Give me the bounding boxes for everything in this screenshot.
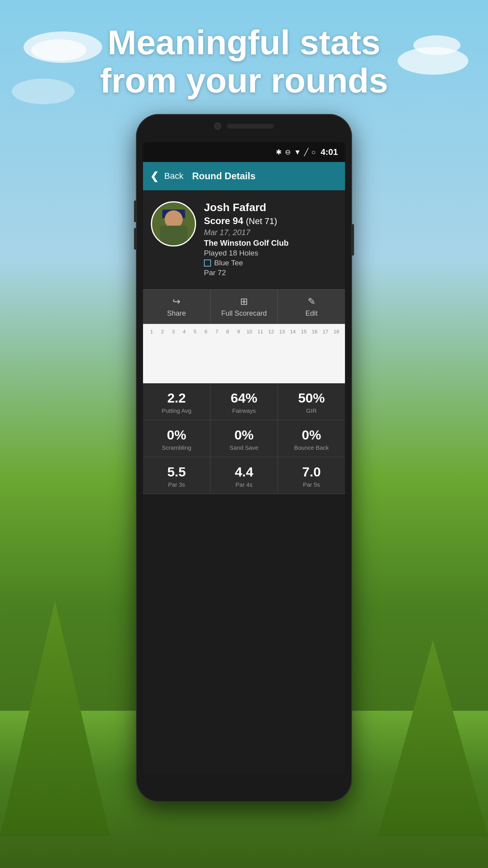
stat-label: GIR <box>306 407 317 414</box>
signal-icon: ╱ <box>304 148 308 156</box>
stat-value: 2.2 <box>146 390 207 406</box>
edit-tab[interactable]: ✎ Edit <box>278 290 345 324</box>
avatar <box>151 201 196 246</box>
course-name: The Winston Golf Club <box>204 239 337 248</box>
stat-label: Sand Save <box>229 444 258 451</box>
profile-section: Josh Fafard Score 94 (Net 71) Mar 17, 20… <box>143 190 345 289</box>
share-tab[interactable]: ↪ Share <box>143 290 211 324</box>
scorecard-icon: ⊞ <box>240 296 248 307</box>
stat-label: Scrambling <box>162 444 191 451</box>
phone-camera-area <box>214 123 274 130</box>
headline-line2: from your rounds <box>0 62 488 100</box>
edit-icon: ✎ <box>308 296 316 307</box>
stat-label: Fairways <box>232 407 256 414</box>
stat-cell: 0%Scrambling <box>143 420 211 457</box>
wifi-icon: ▼ <box>294 148 301 156</box>
stats-row-2: 5.5Par 3s4.4Par 4s7.0Par 5s <box>143 457 345 494</box>
stat-value: 7.0 <box>281 464 342 480</box>
score-value: Score 94 <box>204 215 243 226</box>
holes-played: Played 18 Holes <box>204 249 337 257</box>
tee-label: Blue Tee <box>214 259 243 267</box>
share-icon: ↪ <box>172 296 180 307</box>
stat-cell: 2.2Putting Avg <box>143 383 211 420</box>
par-value: Par 72 <box>204 268 337 277</box>
stat-value: 0% <box>281 427 342 443</box>
edit-label: Edit <box>305 309 317 318</box>
status-bar: ✱ ⊖ ▼ ╱ ○ 4:01 <box>143 142 345 162</box>
stats-grid: 2.2Putting Avg64%Fairways50%GIR0%Scrambl… <box>143 383 345 494</box>
stat-cell: 0%Bounce Back <box>278 420 345 457</box>
bluetooth-icon: ✱ <box>276 148 282 156</box>
headline: Meaningful stats from your rounds <box>0 24 488 100</box>
volume-up-button <box>134 200 136 222</box>
full-scorecard-tab[interactable]: ⊞ Full Scorecard <box>211 290 278 324</box>
tee-color-box <box>204 259 211 267</box>
minus-circle-icon: ⊖ <box>285 148 291 156</box>
phone-screen: ✱ ⊖ ▼ ╱ ○ 4:01 ❮ Back Round Details <box>143 142 345 774</box>
stat-cell: 5.5Par 3s <box>143 457 211 494</box>
stat-cell: 4.4Par 4s <box>211 457 278 494</box>
stat-label: Par 3s <box>168 481 185 488</box>
chart-area: 1 2 3 4 5 6 7 8 9 10 11 12 13 14 15 16 1… <box>143 324 345 383</box>
profile-info: Josh Fafard Score 94 (Net 71) Mar 17, 20… <box>204 201 337 278</box>
headline-line1: Meaningful stats <box>0 24 488 62</box>
speaker-grille <box>227 124 274 129</box>
battery-icon: ○ <box>312 148 316 156</box>
stat-label: Putting Avg <box>162 407 192 414</box>
stat-cell: 7.0Par 5s <box>278 457 345 494</box>
stats-row-0: 2.2Putting Avg64%Fairways50%GIR <box>143 383 345 420</box>
power-button <box>352 224 354 256</box>
scorecard-label: Full Scorecard <box>221 309 267 318</box>
avatar-body <box>160 226 187 245</box>
phone-shell: ✱ ⊖ ▼ ╱ ○ 4:01 ❮ Back Round Details <box>136 114 352 802</box>
back-label[interactable]: Back <box>164 171 183 181</box>
player-name: Josh Fafard <box>204 201 337 214</box>
stat-value: 0% <box>214 427 275 443</box>
action-tabs: ↪ Share ⊞ Full Scorecard ✎ Edit <box>143 289 345 324</box>
stat-label: Bounce Back <box>294 444 328 451</box>
stat-label: Par 4s <box>235 481 252 488</box>
avatar-person <box>152 202 195 245</box>
stat-label: Par 5s <box>303 481 320 488</box>
status-time: 4:01 <box>321 147 338 157</box>
chart-hole-numbers: 1 2 3 4 5 6 7 8 9 10 11 12 13 14 15 16 1… <box>146 329 342 335</box>
chart-bars <box>146 337 342 380</box>
header-bar: ❮ Back Round Details <box>143 162 345 190</box>
share-label: Share <box>167 309 186 318</box>
stat-value: 50% <box>281 390 342 406</box>
stat-cell: 0%Sand Save <box>211 420 278 457</box>
tee-line: Blue Tee <box>204 259 337 267</box>
stats-row-1: 0%Scrambling0%Sand Save0%Bounce Back <box>143 420 345 457</box>
stat-value: 64% <box>214 390 275 406</box>
status-icons: ✱ ⊖ ▼ ╱ ○ 4:01 <box>276 147 338 157</box>
score-line: Score 94 (Net 71) <box>204 215 337 226</box>
stat-cell: 64%Fairways <box>211 383 278 420</box>
net-score: (Net 71) <box>246 216 277 226</box>
stat-cell: 50%GIR <box>278 383 345 420</box>
round-date: Mar 17, 2017 <box>204 228 337 237</box>
volume-down-button <box>134 228 136 250</box>
camera-dot <box>214 123 221 130</box>
header-title: Round Details <box>192 171 255 182</box>
stat-value: 0% <box>146 427 207 443</box>
back-chevron-icon[interactable]: ❮ <box>150 170 159 182</box>
stat-value: 4.4 <box>214 464 275 480</box>
stat-value: 5.5 <box>146 464 207 480</box>
